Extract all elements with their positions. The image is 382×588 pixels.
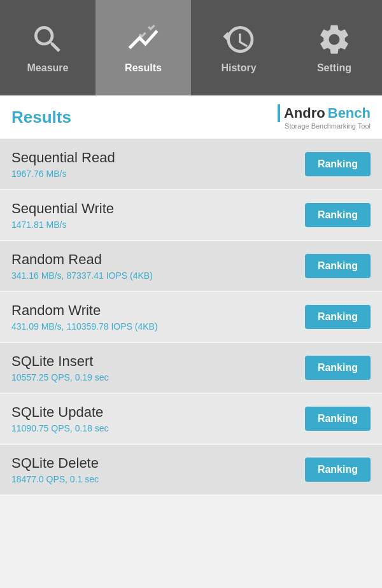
ranking-button[interactable]: Ranking <box>305 356 371 380</box>
result-info: Sequential Write 1471.81 MB/s <box>11 200 114 230</box>
result-item: Random Write 431.09 MB/s, 110359.78 IOPS… <box>0 292 382 343</box>
result-info: Sequential Read 1967.76 MB/s <box>11 150 115 179</box>
result-info: SQLite Delete 18477.0 QPS, 0.1 sec <box>11 455 99 484</box>
result-item: SQLite Insert 10557.25 QPS, 0.19 sec Ran… <box>0 343 382 394</box>
result-name: SQLite Delete <box>11 455 99 472</box>
page-title: Results <box>11 108 71 127</box>
result-info: SQLite Update 11090.75 QPS, 0.18 sec <box>11 404 109 433</box>
brand-logo: AndroBench Storage Benchmarking Tool <box>278 104 371 130</box>
nav-label-history: History <box>221 62 256 74</box>
nav-item-results[interactable]: Results <box>96 0 191 95</box>
result-name: Random Read <box>11 251 153 268</box>
result-value: 11090.75 QPS, 0.18 sec <box>11 423 109 433</box>
history-icon <box>221 22 257 57</box>
result-info: SQLite Insert 10557.25 QPS, 0.19 sec <box>11 353 109 382</box>
ranking-button[interactable]: Ranking <box>305 458 371 482</box>
gear-icon <box>316 22 352 57</box>
brand-bar <box>278 104 280 122</box>
ranking-button[interactable]: Ranking <box>305 254 371 278</box>
result-item: Sequential Read 1967.76 MB/s Ranking <box>0 139 382 190</box>
nav-label-results: Results <box>125 62 162 74</box>
results-header: Results AndroBench Storage Benchmarking … <box>0 95 382 139</box>
result-value: 18477.0 QPS, 0.1 sec <box>11 474 99 484</box>
result-value: 1967.76 MB/s <box>11 169 115 179</box>
result-item: Sequential Write 1471.81 MB/s Ranking <box>0 190 382 241</box>
chart-icon <box>125 22 161 57</box>
result-value: 431.09 MB/s, 110359.78 IOPS (4KB) <box>11 321 158 332</box>
brand-subtitle: Storage Benchmarking Tool <box>285 122 371 130</box>
nav-item-measure[interactable]: Measure <box>0 0 96 95</box>
search-icon <box>30 22 66 57</box>
result-item: Random Read 341.16 MB/s, 87337.41 IOPS (… <box>0 241 382 292</box>
result-value: 10557.25 QPS, 0.19 sec <box>11 372 109 382</box>
nav-item-history[interactable]: History <box>191 0 286 95</box>
brand-andro: Andro <box>284 105 325 122</box>
result-name: Random Write <box>11 302 158 319</box>
results-list: Sequential Read 1967.76 MB/s Ranking Seq… <box>0 139 382 496</box>
result-name: SQLite Update <box>11 404 109 421</box>
brand-bench: Bench <box>328 105 371 122</box>
nav-item-setting[interactable]: Setting <box>286 0 382 95</box>
result-value: 1471.81 MB/s <box>11 220 114 230</box>
result-value: 341.16 MB/s, 87337.41 IOPS (4KB) <box>11 270 153 281</box>
ranking-button[interactable]: Ranking <box>305 203 371 227</box>
nav-label-measure: Measure <box>27 62 69 74</box>
result-info: Random Read 341.16 MB/s, 87337.41 IOPS (… <box>11 251 153 281</box>
result-item: SQLite Update 11090.75 QPS, 0.18 sec Ran… <box>0 394 382 445</box>
ranking-button[interactable]: Ranking <box>305 305 371 329</box>
result-name: Sequential Read <box>11 150 115 166</box>
result-item: SQLite Delete 18477.0 QPS, 0.1 sec Ranki… <box>0 445 382 496</box>
nav-bar: Measure Results History Setting <box>0 0 382 95</box>
result-name: Sequential Write <box>11 200 114 217</box>
ranking-button[interactable]: Ranking <box>305 407 371 431</box>
ranking-button[interactable]: Ranking <box>305 152 371 176</box>
nav-label-setting: Setting <box>317 62 351 74</box>
result-info: Random Write 431.09 MB/s, 110359.78 IOPS… <box>11 302 158 332</box>
result-name: SQLite Insert <box>11 353 109 370</box>
